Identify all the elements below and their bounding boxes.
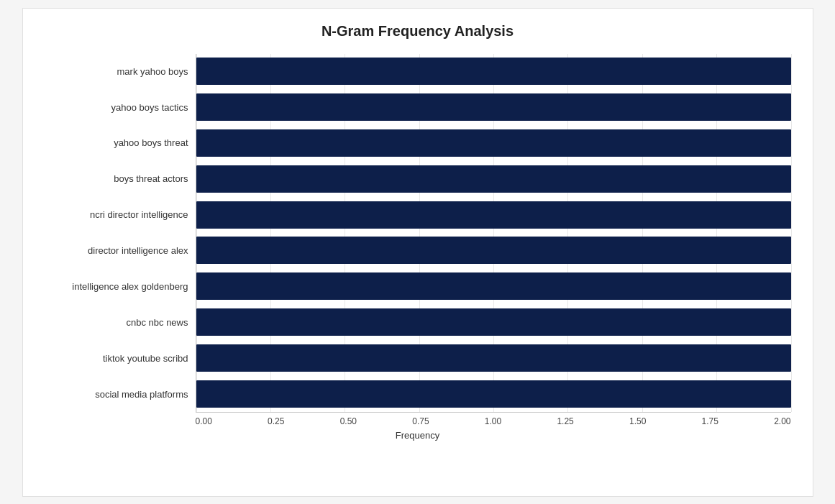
chart-container: N-Gram Frequency Analysis mark yahoo boy… [22,8,813,497]
x-tick: 2.00 [774,416,790,426]
chart-area: mark yahoo boysyahoo boys tacticsyahoo b… [45,54,791,441]
y-label: mark yahoo boys [117,66,188,78]
y-label: yahoo boys threat [114,137,188,149]
y-label: director intelligence alex [88,245,188,257]
bar-row [196,234,791,266]
bar [196,165,791,193]
bar [196,344,791,372]
x-tick: 0.00 [196,416,212,426]
x-tick: 1.75 [702,416,718,426]
y-labels: mark yahoo boysyahoo boys tacticsyahoo b… [45,54,196,413]
bar-row [196,270,791,302]
x-tick: 1.50 [629,416,646,426]
y-label: yahoo boys tactics [111,102,188,114]
bar-row [196,199,791,231]
bar [196,93,791,121]
y-label: social media platforms [95,389,188,400]
y-label: ncri director intelligence [90,209,188,221]
bar-row [196,127,791,159]
bar [196,308,791,336]
x-axis: 0.000.250.500.751.001.251.501.752.00 [196,416,791,426]
bars-section: mark yahoo boysyahoo boys tacticsyahoo b… [45,54,791,413]
bar [196,237,791,264]
x-tick: 1.25 [557,416,573,426]
bars-and-grid [196,54,791,413]
bar-row [196,91,791,123]
x-tick: 0.50 [340,416,357,426]
x-tick: 0.75 [412,416,429,426]
x-axis-label: Frequency [45,430,791,441]
bar-row [196,55,791,87]
bar [196,272,791,300]
y-label: tiktok youtube scribd [103,353,188,365]
grid-line [791,54,792,412]
bar [196,58,791,85]
x-tick: 1.00 [485,416,501,426]
bar-row [196,163,791,195]
x-tick: 0.25 [268,416,284,426]
y-label: boys threat actors [114,173,188,185]
bar-row [196,378,791,410]
bar-row [196,342,791,374]
y-label: intelligence alex goldenberg [72,281,188,293]
y-label: cnbc nbc news [127,317,188,329]
bar-row [196,306,791,338]
chart-title: N-Gram Frequency Analysis [45,23,791,40]
bar [196,129,791,157]
bar [196,201,791,229]
bar [196,380,791,408]
